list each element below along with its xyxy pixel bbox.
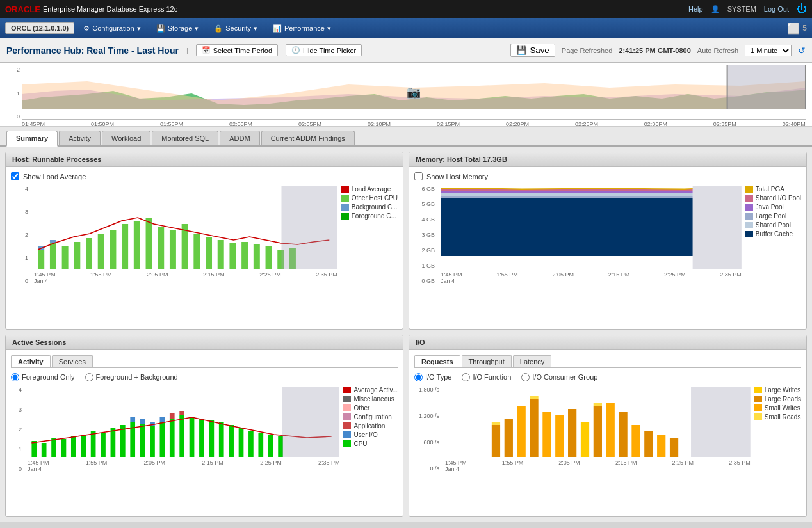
svg-rect-61 — [268, 435, 273, 457]
host-runnable-header: Host: Runnable Processes — [6, 152, 403, 167]
io-yaxis: 1,800 /s 1,200 /s 600 /s 0 /s — [414, 387, 441, 472]
timeline-xaxis: 01:45PM 01:50PM 01:55PM 02:00PM 02:05PM … — [22, 120, 806, 127]
product-name: Enterprise Manager Database Express 12c — [43, 5, 177, 13]
legend-item-other: Other — [343, 404, 398, 412]
save-button[interactable]: 💾 Save — [510, 44, 555, 57]
logout-link[interactable]: Log Out — [764, 5, 789, 13]
legend-item-avg-active: Average Activ... — [343, 387, 398, 394]
oracle-bar-right: Help 👤 SYSTEM Log Out ⏻ — [688, 3, 807, 15]
svg-rect-44 — [101, 433, 106, 457]
radio-fg-bg-input[interactable] — [85, 373, 93, 381]
tab-summary[interactable]: Summary — [6, 131, 58, 147]
sub-tab-latency[interactable]: Latency — [513, 355, 552, 367]
active-sessions-body: Activity Services Foreground Only Foregr… — [6, 350, 403, 477]
active-sessions-chart-container: 4 3 2 1 0 — [11, 387, 398, 472]
show-host-memory-row: Show Host Memory — [414, 172, 801, 180]
radio-foreground-background[interactable]: Foreground + Background — [85, 373, 178, 381]
svg-rect-86 — [530, 396, 538, 399]
svg-rect-74 — [542, 412, 551, 457]
svg-rect-59 — [248, 431, 254, 457]
io-radio: I/O Type I/O Function I/O Consumer Group — [414, 373, 801, 381]
legend-color-cpu — [343, 440, 351, 447]
svg-rect-51 — [170, 419, 175, 457]
svg-rect-69 — [282, 387, 340, 457]
sub-tab-requests[interactable]: Requests — [414, 355, 460, 367]
legend-item-small-reads: Small Reads — [754, 413, 801, 420]
tab-addm[interactable]: ADDM — [220, 131, 259, 145]
memory-xaxis-date: Jan 4 — [441, 278, 742, 284]
svg-rect-57 — [229, 425, 234, 457]
legend-item-large-writes: Large Writes — [754, 387, 801, 394]
io-date: Jan 4 — [445, 466, 751, 472]
svg-rect-75 — [555, 415, 564, 457]
legend-item-total-pga: Total PGA — [745, 186, 801, 193]
radio-io-type[interactable]: I/O Type — [414, 373, 451, 381]
legend-item-java-pool: Java Pool — [745, 204, 801, 211]
svg-rect-6 — [50, 243, 56, 269]
auto-refresh-select[interactable]: 1 Minute — [745, 45, 792, 56]
radio-io-function-input[interactable] — [462, 373, 470, 381]
legend-item-cpu: CPU — [343, 440, 398, 447]
instance-button[interactable]: ORCL (12.1.0.1.0) — [5, 22, 74, 34]
active-sessions-chart-area: 1:45 PM 1:55 PM 2:05 PM 2:15 PM 2:25 PM … — [28, 387, 339, 472]
svg-rect-76 — [568, 409, 576, 457]
refresh-icon[interactable]: ↺ — [798, 45, 806, 56]
nav-configuration[interactable]: ⚙ Configuration ▾ — [77, 22, 147, 35]
svg-rect-48 — [140, 424, 145, 457]
nav-security[interactable]: 🔒 Security ▾ — [207, 22, 264, 35]
legend-item-other-cpu: Other Host CPU — [341, 195, 398, 202]
select-time-period-button[interactable]: 📅 Select Time Period — [196, 44, 278, 56]
io-header: I/O — [409, 335, 806, 350]
title-right: 💾 Save Page Refreshed 2:41:25 PM GMT-080… — [510, 44, 806, 57]
radio-foreground-only[interactable]: Foreground Only — [11, 373, 75, 381]
svg-rect-12 — [122, 224, 128, 269]
sub-tab-throughput[interactable]: Throughput — [462, 355, 512, 367]
sub-tab-services[interactable]: Services — [52, 355, 93, 367]
svg-rect-31 — [441, 196, 693, 198]
nav-storage[interactable]: 💾 Storage ▾ — [150, 22, 206, 35]
tab-monitored-sql[interactable]: Monitored SQL — [152, 131, 218, 145]
tab-current-addm[interactable]: Current ADDM Findings — [261, 131, 355, 145]
timeline-selection[interactable] — [727, 65, 806, 109]
hide-time-picker-button[interactable]: 🕐 Hide Time Picker — [286, 44, 362, 56]
content-area: Host: Runnable Processes Show Load Avera… — [0, 147, 812, 522]
show-load-avg-checkbox[interactable] — [11, 172, 19, 180]
tabs-bar: Summary Activity Workload Monitored SQL … — [0, 127, 812, 147]
io-xaxis: 1:45 PM 1:55 PM 2:05 PM 2:15 PM 2:25 PM … — [445, 460, 751, 466]
radio-io-consumer[interactable]: I/O Consumer Group — [521, 373, 597, 381]
io-panel: I/O Requests Throughput Latency I/O Type… — [409, 335, 807, 518]
nav-icon-1[interactable]: ⬜ — [787, 22, 800, 35]
tab-workload[interactable]: Workload — [102, 131, 150, 145]
svg-rect-64 — [140, 419, 145, 424]
legend-color-java-pool — [745, 204, 753, 211]
nav-performance[interactable]: 📊 Performance ▾ — [266, 22, 337, 35]
legend-item-load-avg: Load Average — [341, 186, 398, 193]
legend-color-total-pga — [745, 186, 753, 193]
svg-rect-82 — [644, 431, 653, 457]
svg-rect-79 — [606, 403, 615, 457]
host-legend: Load Average Other Host CPU Background C… — [341, 186, 398, 284]
chevron-down-icon: ▾ — [137, 24, 141, 33]
tab-activity[interactable]: Activity — [59, 131, 101, 145]
svg-rect-38 — [42, 443, 47, 457]
storage-icon: 💾 — [156, 24, 165, 33]
svg-rect-23 — [254, 244, 260, 269]
legend-color-large-writes — [754, 387, 762, 393]
sub-tab-activity[interactable]: Activity — [11, 355, 51, 367]
nav-icon-2: 5 — [802, 24, 807, 33]
show-host-memory-label: Show Host Memory — [426, 173, 488, 180]
legend-item-fg-cpu: Foreground C... — [341, 212, 398, 220]
svg-rect-63 — [130, 417, 135, 422]
show-host-memory-checkbox[interactable] — [414, 172, 423, 180]
svg-rect-87 — [594, 403, 602, 406]
svg-rect-70 — [492, 425, 500, 457]
screenshot-icon[interactable]: 📷 — [407, 85, 421, 99]
svg-rect-8 — [74, 242, 80, 269]
radio-io-type-input[interactable] — [414, 373, 423, 381]
radio-io-consumer-input[interactable] — [521, 373, 530, 381]
legend-item-small-writes: Small Writes — [754, 404, 801, 412]
radio-io-function[interactable]: I/O Function — [462, 373, 511, 381]
legend-color-buffer-cache — [745, 231, 753, 237]
help-link[interactable]: Help — [688, 5, 703, 13]
radio-fg-only-input[interactable] — [11, 373, 19, 381]
